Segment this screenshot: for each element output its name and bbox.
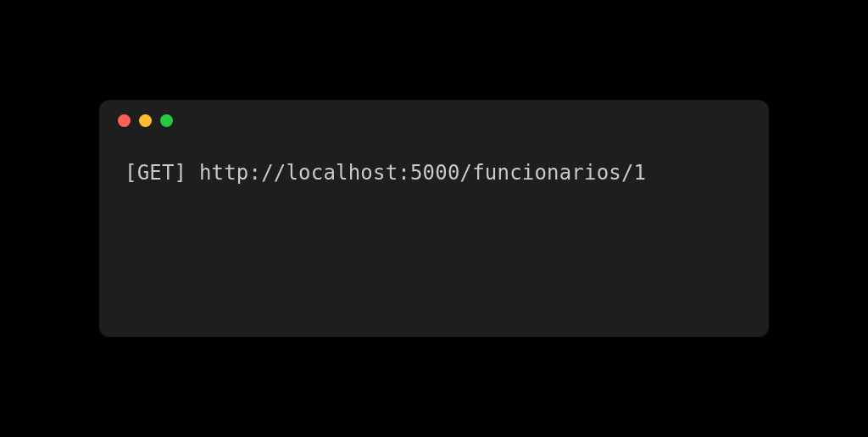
- terminal-window: [GET] http://localhost:5000/funcionarios…: [99, 100, 769, 337]
- titlebar: [99, 100, 769, 141]
- minimize-icon[interactable]: [139, 114, 152, 127]
- maximize-icon[interactable]: [160, 114, 173, 127]
- close-icon[interactable]: [118, 114, 131, 127]
- terminal-body[interactable]: [GET] http://localhost:5000/funcionarios…: [99, 141, 769, 205]
- terminal-line: [GET] http://localhost:5000/funcionarios…: [125, 161, 743, 185]
